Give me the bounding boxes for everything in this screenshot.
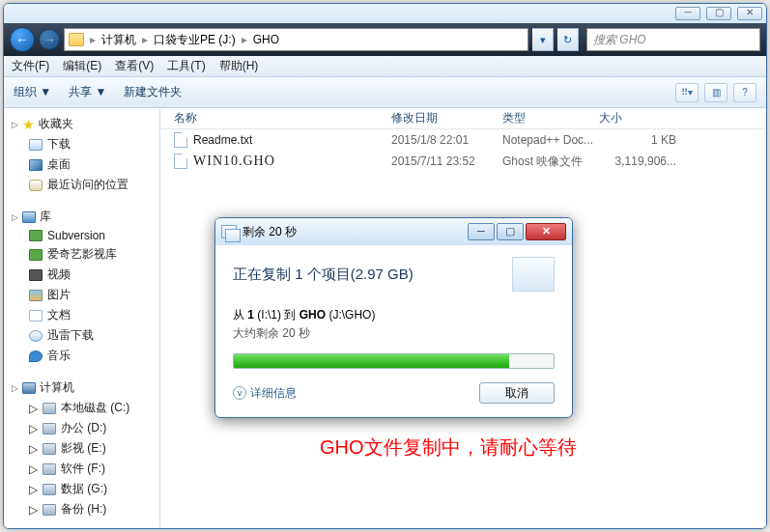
dialog-close-button[interactable]: ✕ bbox=[526, 223, 566, 240]
file-row[interactable]: WIN10.GHO 2015/7/11 23:52 Ghost 映像文件 3,1… bbox=[160, 151, 766, 172]
library-icon bbox=[22, 211, 36, 223]
sidebar-item-music[interactable]: 音乐 bbox=[8, 346, 156, 366]
sidebar-item-subversion[interactable]: Subversion bbox=[8, 227, 156, 244]
menu-bar: 文件(F) 编辑(E) 查看(V) 工具(T) 帮助(H) bbox=[4, 56, 766, 77]
annotation-text: GHO文件复制中，请耐心等待 bbox=[320, 434, 577, 461]
toolbar: 组织 ▼ 共享 ▼ 新建文件夹 ⠿▾ ▥ ? bbox=[4, 77, 766, 108]
subversion-icon bbox=[29, 230, 43, 241]
download-icon bbox=[29, 139, 43, 151]
crumb-computer[interactable]: 计算机 bbox=[101, 32, 136, 48]
file-row[interactable]: Readme.txt 2015/1/8 22:01 Notepad++ Doc.… bbox=[160, 129, 766, 151]
sidebar-item-video[interactable]: 视频 bbox=[8, 265, 156, 285]
favorites-header[interactable]: 收藏夹 bbox=[39, 116, 73, 132]
dialog-minimize-button[interactable]: ─ bbox=[468, 223, 495, 240]
libraries-header[interactable]: 库 bbox=[40, 209, 51, 225]
dialog-source-dest: 从 1 (I:\1) 到 GHO (J:\GHO) bbox=[233, 307, 555, 323]
sidebar-item-xunlei[interactable]: 迅雷下载 bbox=[8, 325, 156, 346]
sidebar-item-pictures[interactable]: 图片 bbox=[8, 285, 156, 305]
menu-view[interactable]: 查看(V) bbox=[115, 58, 154, 74]
help-button[interactable]: ? bbox=[733, 83, 756, 102]
more-info-toggle[interactable]: v 详细信息 bbox=[233, 385, 297, 402]
col-name[interactable]: 名称 bbox=[174, 110, 391, 126]
hdd-icon bbox=[43, 484, 56, 495]
col-type[interactable]: 类型 bbox=[502, 110, 599, 126]
dialog-maximize-button[interactable]: ▢ bbox=[497, 223, 524, 240]
sidebar-item-c[interactable]: ▷本地磁盘 (C:) bbox=[8, 398, 156, 418]
sidebar-item-iqiyi[interactable]: 爱奇艺影视库 bbox=[8, 244, 156, 265]
sidebar-item-d[interactable]: ▷办公 (D:) bbox=[8, 418, 156, 438]
iqiyi-icon bbox=[29, 249, 43, 261]
desktop-icon bbox=[29, 159, 43, 171]
gho-file-icon bbox=[174, 154, 187, 169]
titlebar: ─ ▢ ✕ bbox=[4, 4, 766, 23]
copy-icon bbox=[221, 225, 237, 238]
organize-button[interactable]: 组织 ▼ bbox=[14, 84, 51, 100]
crumb-folder[interactable]: GHO bbox=[253, 33, 279, 46]
newfolder-button[interactable]: 新建文件夹 bbox=[124, 84, 182, 100]
hdd-icon bbox=[43, 504, 56, 516]
hdd-icon bbox=[43, 423, 56, 434]
computer-icon bbox=[22, 382, 36, 394]
text-file-icon bbox=[174, 132, 187, 148]
cancel-button[interactable]: 取消 bbox=[479, 382, 555, 404]
sidebar-item-desktop[interactable]: 桌面 bbox=[8, 154, 156, 175]
address-bar[interactable]: ▸ 计算机 ▸ 口袋专业PE (J:) ▸ GHO bbox=[64, 28, 528, 51]
share-button[interactable]: 共享 ▼ bbox=[69, 84, 106, 100]
nav-bar: ← → ▸ 计算机 ▸ 口袋专业PE (J:) ▸ GHO ▾ ↻ 搜索 GHO bbox=[4, 23, 766, 56]
sidebar-item-g[interactable]: ▷数据 (G:) bbox=[8, 479, 156, 499]
crumb-drive[interactable]: 口袋专业PE (J:) bbox=[154, 32, 236, 48]
progress-bar bbox=[233, 353, 555, 369]
sidebar-item-documents[interactable]: 文档 bbox=[8, 305, 156, 325]
sidebar-item-recent[interactable]: 最近访问的位置 bbox=[8, 175, 156, 195]
music-icon bbox=[29, 350, 43, 362]
minimize-button[interactable]: ─ bbox=[675, 7, 700, 20]
video-icon bbox=[29, 269, 43, 281]
maximize-button[interactable]: ▢ bbox=[706, 7, 731, 20]
sidebar-item-e[interactable]: ▷影视 (E:) bbox=[8, 438, 156, 459]
recent-icon bbox=[29, 180, 43, 191]
folder-icon bbox=[69, 33, 84, 46]
xunlei-icon bbox=[29, 330, 43, 342]
dialog-heading: 正在复制 1 个项目(2.97 GB) bbox=[233, 266, 414, 284]
sidebar: ▷★收藏夹 下载 桌面 最近访问的位置 ▷库 Subversion 爱奇艺影视库… bbox=[4, 108, 160, 528]
col-size[interactable]: 大小 bbox=[599, 110, 686, 126]
menu-file[interactable]: 文件(F) bbox=[12, 58, 49, 74]
copy-dialog: 剩余 20 秒 ─ ▢ ✕ 正在复制 1 个项目(2.97 GB) 从 1 (I… bbox=[214, 217, 573, 418]
col-date[interactable]: 修改日期 bbox=[391, 110, 502, 126]
refresh-button[interactable]: ↻ bbox=[557, 28, 579, 51]
dialog-titlebar: 剩余 20 秒 ─ ▢ ✕ bbox=[215, 218, 572, 245]
dialog-title: 剩余 20 秒 bbox=[242, 224, 297, 240]
hdd-icon bbox=[43, 443, 56, 455]
dialog-thumbnail bbox=[512, 257, 555, 292]
star-icon: ★ bbox=[22, 117, 35, 132]
menu-edit[interactable]: 编辑(E) bbox=[63, 58, 101, 74]
documents-icon bbox=[29, 310, 43, 322]
sidebar-item-downloads[interactable]: 下载 bbox=[8, 134, 156, 154]
computer-header[interactable]: 计算机 bbox=[40, 379, 74, 396]
preview-pane-button[interactable]: ▥ bbox=[704, 83, 727, 102]
close-button[interactable]: ✕ bbox=[737, 7, 762, 20]
sidebar-item-h[interactable]: ▷备份 (H:) bbox=[8, 499, 156, 519]
view-options-button[interactable]: ⠿▾ bbox=[675, 83, 699, 102]
pictures-icon bbox=[29, 290, 43, 301]
search-input[interactable]: 搜索 GHO bbox=[586, 28, 760, 51]
hdd-icon bbox=[43, 403, 56, 414]
column-headers[interactable]: 名称 修改日期 类型 大小 bbox=[160, 108, 766, 129]
forward-button[interactable]: → bbox=[39, 29, 60, 50]
chevron-down-icon: v bbox=[233, 386, 246, 400]
hdd-icon bbox=[43, 463, 56, 475]
menu-help[interactable]: 帮助(H) bbox=[219, 58, 259, 74]
sidebar-item-f[interactable]: ▷软件 (F:) bbox=[8, 459, 156, 479]
menu-tools[interactable]: 工具(T) bbox=[167, 58, 205, 74]
back-button[interactable]: ← bbox=[10, 27, 35, 52]
history-dropdown[interactable]: ▾ bbox=[532, 28, 554, 51]
dialog-eta: 大约剩余 20 秒 bbox=[233, 325, 555, 342]
